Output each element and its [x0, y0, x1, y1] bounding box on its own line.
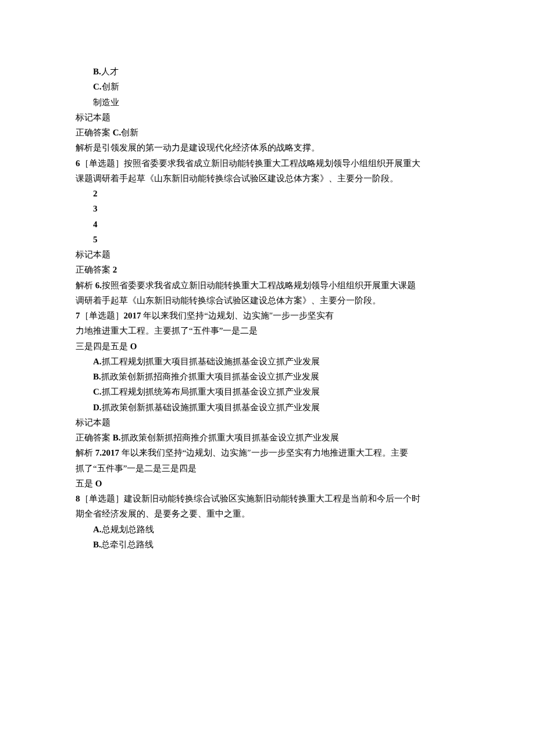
q8-stem-line1: 8［单选题］建设新旧动能转换综合试验区实施新旧动能转换重大工程是当前和今后一个时: [76, 491, 459, 506]
analysis-part-a: 五是: [76, 479, 95, 488]
stem-part-a: 三是四是五是: [76, 342, 130, 351]
q6-analysis-line1: 解析 6.按照省委要求我省成立新旧动能转换重大工程战略规划领导小组组织开展重大课…: [76, 278, 459, 293]
correct-prefix: 正确答案: [76, 265, 113, 274]
q6-analysis-line2: 调研着手起草《山东新旧动能转换综合试验区建设总体方案》、主要分一阶段。: [76, 293, 459, 308]
stem-text: 按照省委要求我省成立新旧动能转换重大工程战略规划领导小组组织开展重大: [124, 159, 420, 168]
option-text: 2: [93, 189, 98, 198]
q8-stem-line2: 期全省经济发展的、是要务之要、重中之重。: [76, 506, 459, 521]
question-number: 8: [76, 494, 80, 503]
option-prefix: A.: [93, 357, 102, 366]
correct-prefix: 正确答案: [76, 128, 113, 137]
q6-correct-answer: 正确答案 2: [76, 262, 459, 277]
option-prefix: A.: [93, 525, 102, 534]
analysis-text: 年以来我们坚持“边规划、边实施″一步一步坚实有力地推进重大工程。主要: [122, 448, 408, 457]
correct-option-text: 抓政策创新抓招商推介抓重大项目抓基金设立抓产业发展: [121, 433, 339, 442]
option-text: 抓工程规划抓统筹布局抓重大项目抓基金设立抓产业发展: [102, 387, 320, 396]
q5-correct-answer: 正确答案 C.创新: [76, 125, 459, 140]
option-text: 总牵引总路线: [101, 540, 154, 549]
q7-analysis-line1: 解析 7.2017 年以来我们坚持“边规划、边实施″一步一步坚实有力地推进重大工…: [76, 445, 459, 460]
q6-mark-label: 标记本题: [76, 247, 459, 262]
option-text: 3: [93, 204, 98, 213]
question-type: ［单选题］: [80, 494, 124, 503]
q5-analysis: 解析是引领发展的第一动力是建设现代化经济体系的战略支撑。: [76, 140, 459, 155]
correct-value: 2: [113, 265, 117, 274]
question-number: 6: [76, 159, 80, 168]
q8-option-b: B.总牵引总路线: [76, 537, 459, 552]
q7-option-b: B.抓政策创新抓招商推介抓重大项目抓基金设立抓产业发展: [76, 369, 459, 384]
option-text: 抓政策创新抓招商推介抓重大项目抓基金设立抓产业发展: [101, 372, 319, 381]
q6-option-a: 2: [76, 186, 459, 201]
q7-option-c: C.抓工程规划抓统筹布局抓重大项目抓基金设立抓产业发展: [76, 384, 459, 399]
option-text: 5: [93, 235, 98, 244]
q7-stem-line1: 7［单选题］2017 年以来我们坚持“边规划、边实施″一步一步坚实有: [76, 308, 459, 323]
analysis-num: 7.2017: [95, 448, 122, 457]
q7-stem-line3: 三是四是五是 O: [76, 339, 459, 354]
q7-stem-line2: 力地推进重大工程。主要抓了“五件事”一是二是: [76, 323, 459, 338]
q7-option-d: D.抓政策创新抓基础设施抓重大项目抓基金设立抓产业发展: [76, 400, 459, 415]
option-prefix: D.: [93, 403, 102, 412]
option-text: 抓政策创新抓基础设施抓重大项目抓基金设立抓产业发展: [102, 403, 320, 412]
q8-option-a: A.总规划总路线: [76, 522, 459, 537]
analysis-prefix: 解析: [76, 448, 95, 457]
option-prefix: C.: [93, 387, 102, 396]
correct-option-text: 创新: [121, 128, 138, 137]
option-text: 制造业: [93, 98, 119, 107]
option-prefix: B.: [93, 67, 101, 76]
analysis-num: 6.: [95, 281, 102, 290]
stem-text: 建设新旧动能转换综合试验区实施新旧动能转换重大工程是当前和今后一个时: [124, 494, 420, 503]
q7-mark-label: 标记本题: [76, 415, 459, 430]
correct-option-prefix: C.: [113, 128, 122, 137]
option-text: 人才: [101, 67, 119, 76]
option-text: 4: [93, 220, 98, 229]
correct-option-prefix: B.: [113, 433, 121, 442]
analysis-prefix: 解析: [76, 281, 95, 290]
question-type: ［单选题］: [80, 311, 124, 320]
option-text: 抓工程规划抓重大项目抓基础设施抓基金设立抓产业发展: [102, 357, 320, 366]
q6-stem-line1: 6［单选题］按照省委要求我省成立新旧动能转换重大工程战略规划领导小组组织开展重大: [76, 156, 459, 171]
q6-option-c: 4: [76, 217, 459, 232]
document-page: B.人才 C.创新 制造业 标记本题 正确答案 C.创新 解析是引领发展的第一动…: [0, 0, 535, 756]
stem-part-b: O: [130, 342, 137, 351]
analysis-part-b: O: [95, 479, 102, 488]
correct-prefix: 正确答案: [76, 433, 113, 442]
option-prefix: C.: [93, 82, 102, 91]
q7-option-a: A.抓工程规划抓重大项目抓基础设施抓基金设立抓产业发展: [76, 354, 459, 369]
q7-correct-answer: 正确答案 B.抓政策创新抓招商推介抓重大项目抓基金设立抓产业发展: [76, 430, 459, 445]
q6-stem-line2: 课题调研着手起草《山东新旧动能转换综合试验区建设总体方案》、主要分一阶段。: [76, 171, 459, 186]
q6-option-b: 3: [76, 201, 459, 216]
q7-analysis-line2: 抓了“五件事”一是二是三是四是: [76, 461, 459, 476]
q5-option-b: B.人才: [76, 64, 459, 79]
stem-text: 年以来我们坚持“边规划、边实施″一步一步坚实有: [143, 311, 334, 320]
q5-option-c: C.创新: [76, 79, 459, 94]
option-prefix: B.: [93, 372, 101, 381]
question-type: ［单选题］: [80, 159, 124, 168]
option-text: 总规划总路线: [102, 525, 154, 534]
option-text: 创新: [102, 82, 119, 91]
q5-option-d: 制造业: [76, 95, 459, 110]
q5-mark-label: 标记本题: [76, 110, 459, 125]
option-prefix: B.: [93, 540, 101, 549]
q6-option-d: 5: [76, 232, 459, 247]
analysis-text: 按照省委要求我省成立新旧动能转换重大工程战略规划领导小组组织开展重大课题: [102, 281, 416, 290]
question-number: 7: [76, 311, 80, 320]
q7-analysis-line3: 五是 O: [76, 476, 459, 491]
year: 2017: [124, 311, 144, 320]
